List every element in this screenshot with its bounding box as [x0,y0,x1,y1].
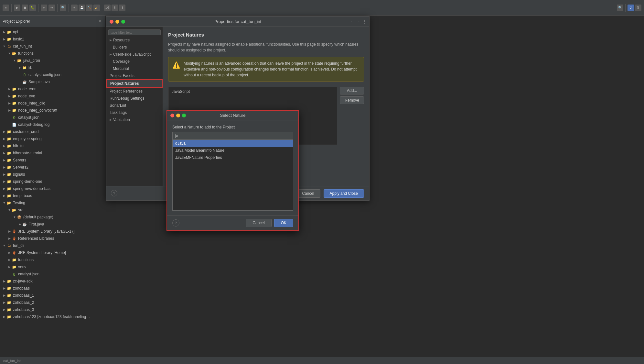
tree-item-jre-system-library[interactable]: ▶ 🏺 JRE System Library [JavaSE-17] [0,228,105,235]
sn-traffic-light-maximize[interactable] [182,114,186,117]
tree-item-jre-system-library-home[interactable]: ▶ 🏺 JRE System Library [Home] [0,249,105,256]
toolbar-search-global[interactable]: 🔍 [617,5,623,11]
tree-item-catalyst-debug[interactable]: ▶ 📄 catalyst-debug.log [0,121,105,128]
toolbar-icon-4[interactable]: 🐛 [29,5,36,11]
nav-item-builders[interactable]: Builders [106,44,163,51]
toolbar-icon-2[interactable]: ▶ [14,5,20,11]
tree-item-zohobaas-3[interactable]: ▶ 📁 zohobaas_3 [0,306,105,313]
select-nature-search-input[interactable] [172,132,293,139]
tree-item-first-java[interactable]: ▶ ☕ First.java [0,221,105,228]
tree-item-servers[interactable]: ▶ 📁 Servers [0,157,105,164]
toolbar-icon-new[interactable]: + [71,5,78,11]
nav-item-sonarlint[interactable]: SonarLint [106,102,163,109]
nav-item-resource[interactable]: ▶ Resource [106,37,163,44]
tree-item-node-integ-convocraft[interactable]: ▶ 📁 node_integ_convocraft [0,107,105,114]
tree-item-referenced-libraries[interactable]: ▶ 🏺 Referenced Libraries [0,235,105,242]
tree-item-java-cron[interactable]: ▼ 📂 java_cron [0,57,105,64]
nav-label-project-natures: Project Natures [110,81,139,86]
select-nature-dialog: Select Nature Select a Nature to add to … [166,110,299,231]
sn-traffic-light-minimize[interactable] [176,114,180,117]
tree-item-node-integ-cliq[interactable]: ▶ 📁 node_integ_cliq [0,100,105,107]
nav-item-task-tags[interactable]: Task Tags [106,109,163,116]
select-nature-ok-button[interactable]: OK [274,219,293,227]
tree-item-default-package[interactable]: ▼ 📦 (default package) [0,214,105,221]
tree-item-zc-java-sdk[interactable]: ▶ 📁 zc-java-sdk [0,278,105,285]
tree-item-node-eve[interactable]: ▶ 📁 node_eve [0,93,105,100]
tree-item-spring-demo-one[interactable]: ▶ 📁 spring-demo-one [0,178,105,185]
properties-apply-close-button[interactable]: Apply and Close [324,189,364,198]
tree-item-hib-tut[interactable]: ▶ 📁 hib_tut [0,142,105,149]
toolbar-icon-5[interactable]: ↩ [41,5,47,11]
nav-item-project-facets[interactable]: Project Facets [106,72,163,79]
tree-item-lib[interactable]: ▶ 📁 lib [0,64,105,71]
nature-list-item-java-emf-nature[interactable]: JavaEMFNature Properties [173,154,293,161]
traffic-light-minimize[interactable] [115,20,119,24]
nav-item-run-debug-settings[interactable]: Run/Debug Settings [106,95,163,102]
tree-item-catalyst-json2[interactable]: ▶ {} catalyst.json [0,270,105,278]
folder-icon-src: 📂 [12,207,17,213]
tree-item-zohobaas123[interactable]: ▶ 📁 zohobaas123 [zohobaas123 feat/tunnel… [0,313,105,320]
back-nav-icon[interactable]: ← [350,19,354,24]
nav-item-client-side-js[interactable]: ▶ Client-side JavaScript [106,51,163,58]
tree-item-api[interactable]: ▶ 📁 api [0,28,105,36]
toolbar-icon-3[interactable]: ⏹ [22,5,28,11]
sn-help-button[interactable]: ? [172,219,179,226]
nav-item-mercurial[interactable]: Mercurial [106,65,163,72]
props-nav-filter-input[interactable] [108,29,161,35]
sidebar-title: Project Explorer [3,19,95,24]
tree-item-spring-mvc-demo-bas[interactable]: ▶ 📁 spring-mvc-demo-bas [0,185,105,192]
nature-list-item-djava[interactable]: dJava [173,140,293,147]
nav-item-coverage[interactable]: Coverage [106,58,163,65]
toolbar-icon-6[interactable]: ↪ [48,5,55,11]
nav-item-project-references[interactable]: Project References [106,88,163,95]
toolbar-icon-build[interactable]: 🔨 [86,5,92,11]
nature-list-item-java-model-beaninfo[interactable]: Java Model BeanInfo Nature [173,147,293,154]
tree-item-zohobaas-2[interactable]: ▶ 📁 zohobaas_2 [0,299,105,306]
tree-item-zohobaas-1[interactable]: ▶ 📁 zohobaas_1 [0,292,105,299]
forward-nav-icon[interactable]: → [356,19,360,24]
sidebar-close-button[interactable]: ✕ [97,19,102,24]
tree-item-tun-cli[interactable]: ▼ 🗂 tun_cli [0,242,105,249]
sn-traffic-light-close[interactable] [170,114,174,117]
tree-item-employee-spring[interactable]: ▶ 📁 employee-spring [0,135,105,142]
toolbar-sep-right [625,4,626,12]
tree-item-catalyst-config[interactable]: ▶ {} catalyst-config.json [0,71,105,78]
toolbar-perspective-java[interactable]: J [628,5,634,11]
nav-item-validation[interactable]: ▶ Validation [106,116,163,123]
toolbar-icon-clean[interactable]: 🧹 [93,5,100,11]
folder-icon-functions2: 📁 [12,257,17,262]
tree-item-servers2[interactable]: ▶ 📁 Servers2 [0,164,105,171]
tree-item-sample-java[interactable]: ▶ ☕ Sample.java [0,78,105,85]
tree-item-node-cron[interactable]: ▶ 📁 node_cron [0,85,105,93]
toolbar-icon-git[interactable]: ⎇ [104,5,111,11]
tree-item-catalyst-json[interactable]: ▶ {} catalyst.json [0,114,105,121]
nav-item-project-natures[interactable]: Project Natures [106,79,163,88]
traffic-light-close[interactable] [110,20,113,24]
toolbar-icon-push[interactable]: ⬆ [119,5,125,11]
properties-cancel-button[interactable]: Cancel [296,189,320,198]
traffic-light-maximize[interactable] [121,20,125,24]
tree-item-basic1[interactable]: ▶ 📁 basic1 [0,36,105,43]
toolbar-icon-save[interactable]: 💾 [79,5,85,11]
nature-item-javascript[interactable]: JavaScript [170,88,336,95]
select-nature-cancel-button[interactable]: Cancel [246,219,271,227]
remove-nature-button[interactable]: Remove [340,96,364,104]
tree-item-functions[interactable]: ▼ 📂 functions [0,50,105,57]
nav-label-client-side-js: Client-side JavaScript [113,52,151,57]
toolbar-icon-pull[interactable]: ⬇ [112,5,118,11]
tree-item-cat-tun-int[interactable]: ▼ 🗂 cat_tun_int [0,43,105,50]
tree-item-src[interactable]: ▼ 📂 src [0,206,105,214]
add-nature-button[interactable]: Add... [340,87,364,94]
tree-item-customer-crud[interactable]: ▶ 📁 customer_crud [0,128,105,135]
tree-item-zohobaas[interactable]: ▶ 📁 zohobaas [0,285,105,292]
toolbar-icon-1[interactable]: ≡ [3,5,9,11]
tree-item-hibernate-tutorial[interactable]: ▶ 📁 hibernate-tutorial [0,149,105,157]
tree-item-temp-baas[interactable]: ▶ 📁 temp_baas [0,192,105,199]
tree-item-functions2[interactable]: ▶ 📁 functions [0,256,105,263]
tree-item-venv[interactable]: ▶ 📁 venv [0,263,105,270]
menu-icon[interactable]: ⋮ [362,19,367,24]
tree-item-signals[interactable]: ▶ 📁 signals [0,171,105,178]
toolbar-icon-7[interactable]: 🔍 [60,5,66,11]
tree-item-testing[interactable]: ▼ 📂 Testing [0,199,105,206]
toolbar-perspective-git[interactable]: G [635,5,641,11]
